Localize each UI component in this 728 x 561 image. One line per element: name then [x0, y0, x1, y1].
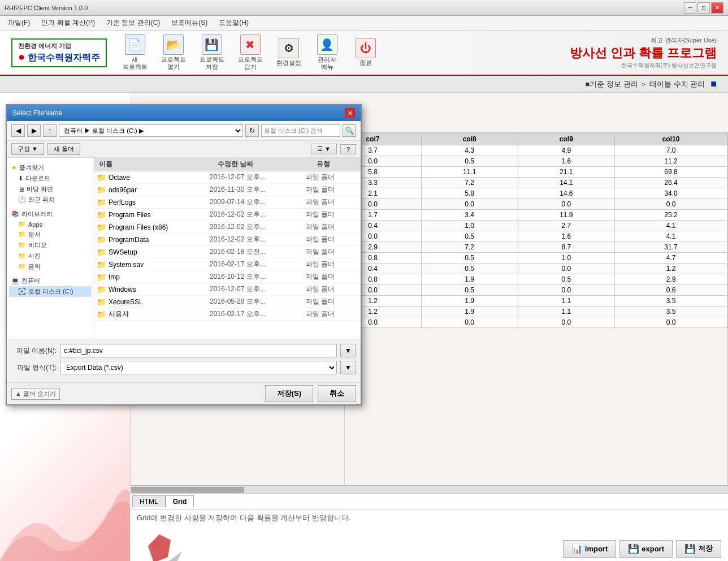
- libraries-label: 라이브러리: [21, 210, 53, 218]
- file-date: 2016-12-07 오후...: [210, 284, 306, 294]
- favorites-label: 즐겨찾기: [19, 163, 44, 172]
- dialog-title-bar: Select FileName ✕: [7, 105, 361, 121]
- col-name-header: 이름: [94, 159, 213, 169]
- dialog-close-button[interactable]: ✕: [345, 108, 355, 118]
- file-date: 2016-12-02 오후...: [210, 210, 306, 219]
- breadcrumb-bar: ■기준 정보 관리 ＞ 테이블 수치 관리 ■: [0, 76, 728, 93]
- folder-icon: 📁: [97, 185, 106, 195]
- folder-icon: 📁: [97, 285, 106, 294]
- menu-aux[interactable]: 보조메뉴(S): [166, 16, 213, 29]
- exit-button[interactable]: ⏻ 종료: [349, 36, 383, 69]
- file-name-text: Program Files (x86): [109, 223, 168, 231]
- dialog-cancel-button[interactable]: 취소: [318, 385, 356, 402]
- toggle-sidebar-button[interactable]: ▲ 폴더 숨기기: [11, 388, 60, 400]
- folder-icon: 📁: [97, 260, 106, 269]
- file-row[interactable]: 📁 사용자 2016-02-17 오후... 파일 폴더: [94, 308, 361, 321]
- file-row[interactable]: 📁 Program Files (x86) 2016-12-02 오후... 파…: [94, 221, 361, 234]
- app-title: RHIPEPC Client Version 1.0.0: [5, 5, 88, 11]
- menu-calc[interactable]: 인과 확률 계산(P): [36, 16, 101, 29]
- file-name-text: Program Files: [109, 211, 151, 219]
- file-row[interactable]: 📁 Windows 2016-12-07 오후... 파일 폴더: [94, 283, 361, 296]
- file-type: 파일 폴더: [306, 309, 335, 319]
- settings-label: 환경설정: [276, 59, 301, 67]
- folder-icon: 📁: [97, 173, 106, 182]
- file-list-header: 이름 수정한 날짜 유형: [94, 158, 361, 171]
- search-input[interactable]: [261, 124, 340, 137]
- filename-dropdown-button[interactable]: ▼: [340, 344, 356, 357]
- folder-icon: 📁: [97, 310, 106, 319]
- file-row[interactable]: 📁 PerfLogs 2009-07-14 오후... 파일 폴더: [94, 196, 361, 209]
- file-row[interactable]: 📁 System.sav 2016-02-17 오후... 파일 폴더: [94, 258, 361, 271]
- file-name-text: SWSetup: [109, 248, 137, 256]
- dialog-body: ★ 즐겨찾기 ⬇ 다운로드 🖥 바탕 화면 🕐: [7, 158, 361, 339]
- new-project-button[interactable]: 📄 새프로젝트: [118, 32, 152, 73]
- company-sub: 친환경 에너지 기업: [18, 42, 100, 50]
- recent-icon: 🕐: [18, 196, 26, 204]
- filetype-dropdown-button[interactable]: ▼: [340, 361, 356, 374]
- file-row[interactable]: 📁 ods96par 2016-11-30 오후... 파일 폴더: [94, 184, 361, 196]
- view-button[interactable]: ☰ ▼: [311, 144, 337, 154]
- menu-manage[interactable]: 기준 정보 관리(C): [101, 16, 166, 29]
- sidebar-favorites-header[interactable]: ★ 즐겨찾기: [9, 162, 92, 173]
- col-date-header: 수정한 날짜: [213, 159, 312, 169]
- sidebar-apps[interactable]: 📁 Apps: [9, 219, 92, 229]
- file-dialog: Select FileName ✕ ◀ ▶ ↑ 컴퓨터 ▶ 로컬 디스크 (C:…: [6, 104, 362, 405]
- recent-label: 최근 위치: [28, 196, 55, 204]
- dialog-file-list[interactable]: 이름 수정한 날짜 유형 📁 Octave 2016-12-07 오후... 파…: [94, 158, 361, 339]
- organize-button[interactable]: 구성 ▼: [11, 143, 44, 155]
- dialog-save-button[interactable]: 저장(S): [265, 385, 313, 402]
- file-row[interactable]: 📁 ProgramData 2016-12-02 오후... 파일 폴더: [94, 234, 361, 246]
- nav-back-button[interactable]: ◀: [11, 124, 25, 137]
- filetype-label: 파일 형식(T):: [11, 363, 57, 373]
- sidebar-videos[interactable]: 📁 비디오: [9, 240, 92, 251]
- minimize-button[interactable]: ─: [684, 2, 696, 14]
- save-project-button[interactable]: 💾 프로젝트저장: [195, 32, 229, 73]
- open-project-button[interactable]: 📂 프로젝트열기: [157, 32, 190, 73]
- file-type: 파일 폴더: [306, 272, 335, 282]
- menu-help[interactable]: 도움말(H): [213, 16, 254, 29]
- sidebar-music[interactable]: 📁 음악: [9, 261, 92, 272]
- folder-icon: 📁: [97, 273, 106, 282]
- sidebar-downloads[interactable]: ⬇ 다운로드: [9, 173, 92, 184]
- admin-menu-button[interactable]: 👤 관리자메뉴: [310, 32, 344, 73]
- file-name-text: ProgramData: [109, 236, 149, 244]
- library-icon: 📚: [11, 210, 19, 218]
- star-icon: ★: [11, 164, 17, 171]
- file-date: 2016-02-18 오전...: [210, 247, 306, 257]
- search-button[interactable]: 🔍: [343, 124, 356, 137]
- dialog-footer: 파일 이름(N): ▼ 파일 형식(T): Export Data (*.csv…: [7, 339, 361, 382]
- nav-forward-button[interactable]: ▶: [27, 124, 41, 137]
- nav-refresh-button[interactable]: ↻: [245, 124, 259, 137]
- videos-folder-icon: 📁: [18, 241, 26, 249]
- close-button[interactable]: ✕: [711, 2, 723, 14]
- filetype-select[interactable]: Export Data (*.csv): [60, 361, 337, 374]
- file-row[interactable]: 📁 XecureSSL 2016-05-28 오후... 파일 폴더: [94, 296, 361, 308]
- sidebar-recent[interactable]: 🕐 최근 위치: [9, 195, 92, 205]
- sidebar-local-disk[interactable]: 💽 로컬 디스크 (C:): [9, 286, 92, 297]
- file-row[interactable]: 📁 Program Files 2016-12-02 오후... 파일 폴더: [94, 209, 361, 221]
- sidebar-desktop[interactable]: 🖥 바탕 화면: [9, 184, 92, 195]
- filename-input[interactable]: [60, 344, 337, 357]
- sidebar-libraries-header[interactable]: 📚 라이브러리: [9, 209, 92, 219]
- file-row[interactable]: 📁 SWSetup 2016-02-18 오전... 파일 폴더: [94, 246, 361, 258]
- menu-file[interactable]: 파일(F): [2, 16, 36, 29]
- close-project-button[interactable]: ✖ 프로젝트닫기: [233, 32, 267, 73]
- header-area: 친환경 에너지 기업 ● 한국수력원자력주 📄 새프로젝트 📂 프로젝트열기 💾…: [0, 31, 728, 76]
- sidebar-docs[interactable]: 📁 문서: [9, 229, 92, 240]
- toolbar: 📄 새프로젝트 📂 프로젝트열기 💾 프로젝트저장 ✖ 프로젝트닫기 ⚙ 환경설…: [118, 32, 570, 73]
- sidebar-computer-header[interactable]: 💻 컴퓨터: [9, 275, 92, 286]
- sidebar-photos[interactable]: 📁 사진: [9, 251, 92, 261]
- new-folder-button[interactable]: 새 폴더: [47, 143, 80, 155]
- maximize-button[interactable]: □: [697, 2, 710, 14]
- settings-button[interactable]: ⚙ 환경설정: [272, 36, 306, 69]
- file-row[interactable]: 📁 Octave 2016-12-07 오후... 파일 폴더: [94, 171, 361, 184]
- path-dropdown[interactable]: 컴퓨터 ▶ 로컬 디스크 (C:) ▶: [59, 124, 243, 137]
- nav-up-button[interactable]: ↑: [43, 124, 57, 137]
- help-button[interactable]: ?: [340, 144, 356, 154]
- menu-bar: 파일(F) 인과 확률 계산(P) 기준 정보 관리(C) 보조메뉴(S) 도움…: [0, 16, 728, 31]
- exit-label: 종료: [359, 59, 372, 67]
- desktop-icon: 🖥: [18, 186, 24, 193]
- file-date: 2016-11-30 오후...: [210, 185, 306, 195]
- file-row[interactable]: 📁 tmp 2016-10-12 오후... 파일 폴더: [94, 271, 361, 283]
- file-type: 파일 폴더: [306, 172, 335, 182]
